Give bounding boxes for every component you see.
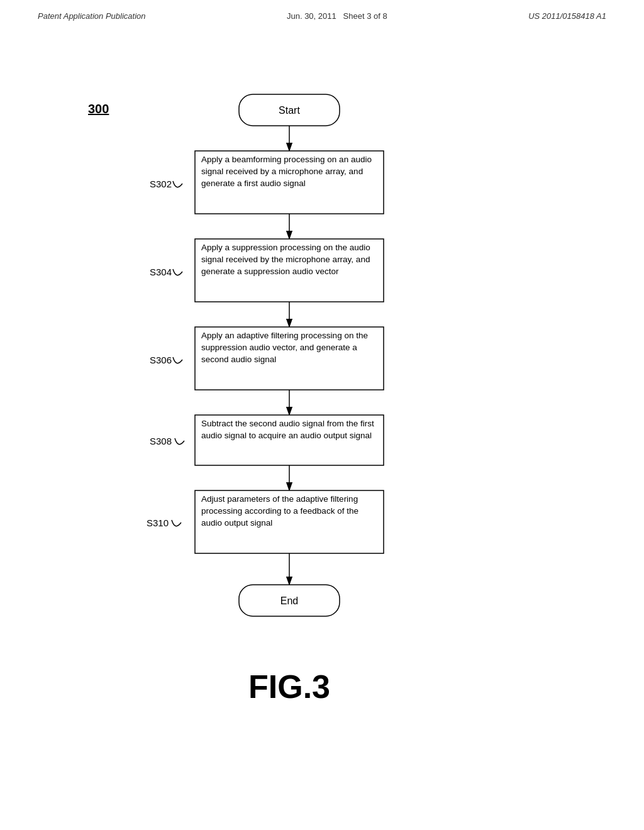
end-label: End xyxy=(280,595,298,606)
s304-text: Apply a suppression processing on the au… xyxy=(201,242,377,278)
s304-label: S304 xyxy=(150,267,172,277)
s302-text: Apply a beamforming processing on an aud… xyxy=(201,154,377,190)
s310-label: S310 xyxy=(147,517,169,528)
figure-label: FIG.3 xyxy=(248,668,330,705)
s308-label: S308 xyxy=(150,436,172,446)
s304-check xyxy=(173,269,182,275)
ref-number: 300 xyxy=(88,102,109,116)
header-left: Patent Application Publication xyxy=(38,11,146,21)
s308-check xyxy=(175,438,184,445)
s310-check xyxy=(172,520,181,526)
s302-label: S302 xyxy=(150,179,172,189)
header-center: Jun. 30, 2011 Sheet 3 of 8 xyxy=(287,11,387,21)
flowchart-svg: 300 Start Apply a beamforming processing… xyxy=(50,82,591,742)
s306-text: Apply an adaptive filtering processing o… xyxy=(201,330,377,366)
s306-check xyxy=(173,357,182,363)
s302-check xyxy=(173,181,182,187)
s308-text: Subtract the second audio signal from th… xyxy=(201,418,377,442)
diagram-area: 300 Start Apply a beamforming processing… xyxy=(50,82,591,742)
start-label: Start xyxy=(279,105,300,116)
page-header: Patent Application Publication Jun. 30, … xyxy=(0,0,644,21)
s306-label: S306 xyxy=(150,355,172,365)
s310-text: Adjust parameters of the adaptive filter… xyxy=(201,494,377,529)
header-right: US 2011/0158418 A1 xyxy=(528,11,606,21)
